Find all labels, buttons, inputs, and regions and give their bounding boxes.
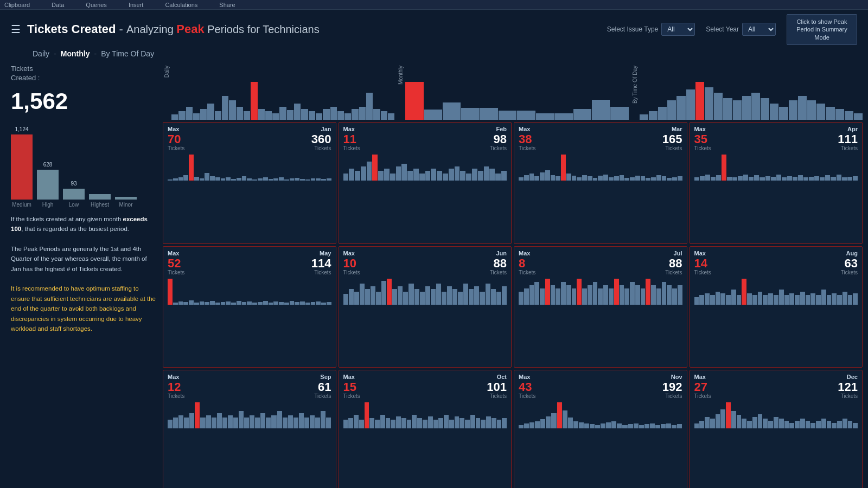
card-bar [651, 285, 656, 305]
card-peak-num: 35 [694, 133, 707, 145]
card-bar [501, 171, 507, 180]
card-bar [639, 425, 644, 429]
card-bar [168, 279, 173, 305]
card-peak-num: 12 [168, 381, 181, 393]
card-tickets-label-right: Tickets [665, 269, 682, 275]
card-bar [321, 411, 326, 428]
card-peak-num: 10 [343, 258, 356, 269]
card-bar [496, 292, 501, 305]
toolbar-data[interactable]: Data [52, 2, 64, 8]
bar-col-minor: Minor [115, 195, 137, 208]
card-bar [810, 293, 815, 305]
card-bar [386, 418, 391, 428]
card-total-num: 121 [838, 381, 858, 393]
card-bar [577, 177, 582, 181]
card-bar [258, 302, 263, 305]
card-bar [529, 285, 534, 305]
card-bar [731, 411, 736, 428]
header: ☰ Tickets Created - Analyzing Peak Perio… [0, 10, 868, 47]
card-bar [630, 177, 635, 181]
card-bar [205, 302, 209, 305]
card-tickets-label-right: Tickets [841, 393, 858, 399]
card-bar [419, 174, 425, 181]
card-bar [237, 178, 241, 181]
card-bar-chart [519, 153, 682, 181]
card-max-label: Max [343, 250, 355, 256]
card-bar [463, 284, 468, 304]
card-bar [173, 178, 178, 180]
nav-sep-2: - [94, 49, 97, 58]
card-bar-chart [694, 278, 858, 305]
card-bar [304, 418, 309, 428]
tab-by-time[interactable]: By Time Of Day [101, 49, 154, 58]
card-bar [667, 178, 672, 181]
card-bar [184, 418, 189, 428]
mini-chart-monthly: Monthly [397, 60, 628, 120]
toolbar-share[interactable]: Share [219, 2, 235, 8]
tickets-created-label: TicketsCreated : [11, 65, 157, 83]
description-text: If the tickets created at any given mont… [11, 214, 157, 334]
card-bar [573, 421, 578, 428]
card-max-label: Max [519, 250, 530, 256]
card-bar [231, 303, 236, 305]
bar-col-medium: 1,124Medium [11, 126, 33, 208]
card-bar [273, 301, 278, 305]
card-bar [283, 418, 288, 428]
card-bar [540, 288, 545, 305]
toolbar-queries[interactable]: Queries [86, 2, 107, 8]
card-bar [789, 423, 794, 429]
card-bar [200, 301, 205, 305]
card-peak-num: 11 [343, 133, 356, 145]
toolbar-calculations[interactable]: Calculations [165, 2, 197, 8]
card-bar [401, 418, 406, 428]
card-bar [206, 415, 211, 428]
card-bar [582, 175, 587, 181]
month-card-feb: Max Feb11 98Tickets Tickets [339, 122, 512, 244]
card-bar [568, 418, 573, 428]
tab-daily[interactable]: Daily [33, 49, 49, 58]
card-bar [396, 416, 401, 428]
card-bar [722, 155, 726, 181]
card-bar [716, 175, 721, 181]
card-bar [800, 419, 805, 428]
card-bar [705, 293, 710, 305]
year-select[interactable]: All [742, 23, 776, 36]
card-bar [747, 421, 752, 428]
toolbar-clipboard[interactable]: Clipboard [4, 2, 30, 8]
peak-mode-button[interactable]: Click to show Peak Period in Summary Mod… [787, 14, 857, 45]
card-bar [258, 178, 263, 180]
hamburger-icon[interactable]: ☰ [11, 23, 21, 36]
card-bar [529, 422, 534, 428]
card-bar [449, 169, 454, 181]
card-bar [452, 289, 457, 305]
toolbar-insert[interactable]: Insert [129, 2, 144, 8]
card-bar [546, 416, 551, 428]
card-bar [827, 421, 832, 428]
card-bar [252, 303, 257, 305]
card-bar [398, 286, 403, 305]
card-bar [694, 423, 699, 428]
card-bar [173, 303, 178, 305]
card-bar [215, 177, 220, 180]
card-bar [754, 175, 759, 181]
card-bar [222, 418, 227, 428]
card-bar [409, 284, 413, 304]
card-bar [210, 301, 215, 304]
card-bar [662, 176, 667, 181]
card-bar [279, 302, 284, 305]
title-peak: Peak [176, 22, 204, 36]
card-peak-num: 27 [694, 381, 707, 393]
card-month-name: Oct [497, 374, 507, 380]
card-bar-chart [343, 153, 507, 181]
card-bar [628, 424, 633, 428]
card-bar [561, 155, 566, 181]
card-bar [752, 295, 757, 304]
card-bar [758, 414, 763, 429]
card-bar [598, 288, 603, 305]
card-bar [662, 282, 667, 305]
card-month-name: Jun [496, 250, 507, 256]
tab-monthly[interactable]: Monthly [61, 49, 90, 58]
issue-type-select[interactable]: All [661, 23, 695, 36]
card-bar [779, 419, 784, 428]
card-bar [656, 288, 661, 305]
